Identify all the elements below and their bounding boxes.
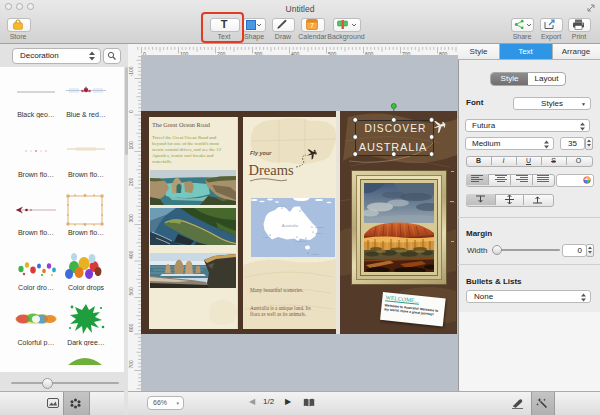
svg-text:Melbourne: Melbourne: [295, 240, 307, 243]
svg-text:Darwin: Darwin: [277, 205, 285, 208]
svg-text:Perth: Perth: [263, 236, 269, 239]
svg-text:Australia: Australia: [282, 223, 299, 228]
svg-text:7: 7: [310, 22, 314, 29]
svg-text:400: 400: [128, 250, 134, 259]
svg-text:100: 100: [128, 141, 134, 150]
svg-text:Sydney: Sydney: [315, 232, 324, 235]
svg-text:-100: -100: [128, 66, 134, 76]
svg-text:Hobart: Hobart: [311, 253, 319, 256]
svg-text:300: 300: [128, 214, 134, 223]
svg-text:500: 500: [128, 287, 134, 296]
svg-text:200: 200: [128, 177, 134, 186]
svg-text:Brisbane: Brisbane: [315, 226, 325, 229]
svg-text:600: 600: [128, 323, 134, 332]
svg-text:0: 0: [128, 110, 134, 113]
svg-text:700: 700: [128, 360, 134, 369]
